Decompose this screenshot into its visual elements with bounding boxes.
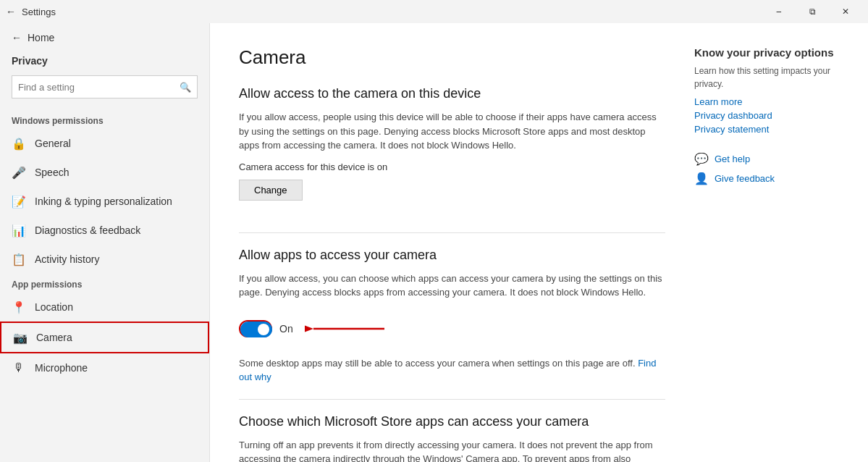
help-section: 💬 Get help 👤 Give feedback [694, 152, 839, 185]
main-content-area: Camera Allow access to the camera on thi… [210, 23, 868, 462]
maximize-button[interactable]: ⧉ [796, 0, 829, 23]
toggle-knob [258, 324, 269, 335]
camera-toggle-wrapper[interactable] [239, 320, 272, 337]
inking-icon: 📝 [12, 194, 26, 209]
microphone-icon: 🎙 [12, 361, 26, 375]
activity-label: Activity history [35, 253, 99, 265]
sidebar-back-button[interactable]: ← Home [0, 23, 209, 52]
privacy-dashboard-link[interactable]: Privacy dashboard [694, 110, 839, 121]
get-help-label: Get help [715, 154, 750, 164]
divider1 [239, 232, 665, 233]
app-container: ← Home Privacy 🔍 Windows permissions 🔒 G… [0, 23, 868, 462]
diagnostics-label: Diagnostics & feedback [35, 224, 140, 236]
close-button[interactable]: ✕ [829, 0, 862, 23]
privacy-options-desc: Learn how this setting impacts your priv… [694, 64, 839, 91]
privacy-options-section: Know your privacy options Learn how this… [694, 46, 839, 135]
titlebar: ← Settings ‒ ⧉ ✕ [0, 0, 868, 23]
toggle-label: On [279, 323, 293, 335]
sidebar-item-speech[interactable]: 🎤 Speech [0, 158, 209, 187]
location-label: Location [35, 301, 73, 313]
speech-label: Speech [35, 167, 69, 178]
toggle-arrow-annotation [305, 318, 392, 340]
windows-permissions-label: Windows permissions [0, 110, 209, 129]
page-title: Camera [239, 46, 665, 69]
get-help-icon: 💬 [694, 152, 709, 166]
give-feedback-label: Give feedback [715, 173, 775, 184]
sidebar-home-label: Home [28, 32, 54, 43]
section3-description: Turning off an app prevents it from dire… [239, 438, 665, 463]
activity-icon: 📋 [12, 252, 26, 266]
toggle-note: Some desktop apps may still be able to a… [239, 356, 665, 385]
diagnostics-icon: 📊 [12, 223, 26, 238]
get-help-link[interactable]: 💬 Get help [694, 152, 839, 166]
section1-title: Allow access to the camera on this devic… [239, 86, 665, 101]
sidebar-item-location[interactable]: 📍 Location [0, 293, 209, 322]
give-feedback-link[interactable]: 👤 Give feedback [694, 172, 839, 185]
general-label: General [35, 138, 71, 149]
titlebar-controls: ‒ ⧉ ✕ [762, 0, 862, 23]
camera-label: Camera [36, 332, 72, 343]
sidebar-item-inking[interactable]: 📝 Inking & typing personalization [0, 187, 209, 216]
search-icon: 🔍 [174, 82, 197, 93]
divider2 [239, 399, 665, 400]
titlebar-left: ← Settings [6, 6, 56, 17]
privacy-options-title: Know your privacy options [694, 46, 839, 59]
lock-icon: 🔒 [12, 136, 26, 151]
search-input[interactable] [12, 82, 174, 93]
back-arrow-icon: ← [12, 32, 22, 43]
privacy-label: Privacy [0, 52, 209, 75]
section3-title: Choose which Microsoft Store apps can ac… [239, 414, 665, 429]
microphone-label: Microphone [35, 362, 88, 374]
sidebar-item-general[interactable]: 🔒 General [0, 129, 209, 158]
section2-description: If you allow access, you can choose whic… [239, 272, 665, 300]
sidebar-item-diagnostics[interactable]: 📊 Diagnostics & feedback [0, 216, 209, 245]
app-permissions-label: App permissions [0, 274, 209, 293]
give-feedback-icon: 👤 [694, 172, 709, 185]
sidebar-item-activity[interactable]: 📋 Activity history [0, 245, 209, 274]
section1-description: If you allow access, people using this d… [239, 110, 665, 153]
privacy-statement-link[interactable]: Privacy statement [694, 124, 839, 135]
toggle-area: On [239, 320, 293, 337]
note-text: Some desktop apps may still be able to a… [239, 358, 636, 369]
toggle-inner [240, 322, 272, 337]
titlebar-title: Settings [22, 7, 56, 17]
camera-status: Camera access for this device is on [239, 161, 665, 172]
back-icon[interactable]: ← [6, 6, 16, 17]
change-button[interactable]: Change [239, 180, 303, 201]
sidebar: ← Home Privacy 🔍 Windows permissions 🔒 G… [0, 23, 210, 462]
camera-icon: 📷 [13, 330, 28, 345]
sidebar-item-camera[interactable]: 📷 Camera [0, 322, 209, 353]
section2-title: Allow apps to access your camera [239, 248, 665, 263]
speech-icon: 🎤 [12, 165, 26, 180]
inking-label: Inking & typing personalization [35, 196, 172, 207]
main-content: Camera Allow access to the camera on thi… [239, 46, 665, 439]
minimize-button[interactable]: ‒ [762, 0, 796, 23]
toggle-row: On [239, 308, 665, 349]
search-box[interactable]: 🔍 [12, 75, 198, 98]
location-icon: 📍 [12, 300, 26, 314]
sidebar-item-microphone[interactable]: 🎙 Microphone [0, 353, 209, 382]
learn-more-link[interactable]: Learn more [694, 96, 839, 107]
right-sidebar: Know your privacy options Learn how this… [694, 46, 839, 439]
